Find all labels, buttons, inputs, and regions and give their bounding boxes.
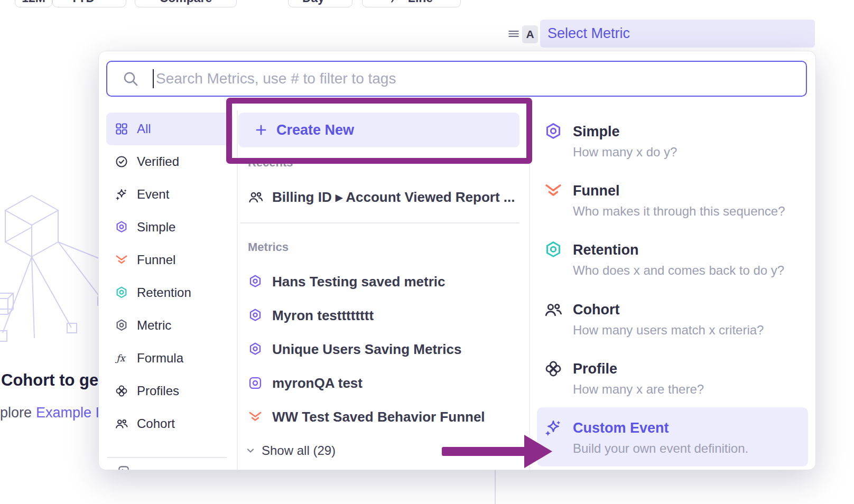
metric-picker-modal: All Verified Event Simple Funnel Retenti… xyxy=(98,51,816,470)
people-icon xyxy=(544,300,563,319)
report-page: 12M YTD Compare Day Line A Select Metric… xyxy=(0,0,854,504)
plus-icon xyxy=(254,123,268,137)
metric-type-description: How many x are there? xyxy=(573,381,704,397)
category-all[interactable]: All xyxy=(106,113,233,145)
line-chart-icon xyxy=(390,0,403,4)
category-label: Formula xyxy=(137,351,183,366)
metric-type-title: Cohort xyxy=(573,301,619,318)
saved-metric-item[interactable]: WW Test Saved Behavior Funnel xyxy=(248,400,485,434)
funnel-icon xyxy=(248,409,263,424)
metric-type-description: How many x do y? xyxy=(573,144,677,160)
compare-button[interactable]: Compare xyxy=(135,0,237,7)
category-label: Metric xyxy=(137,318,171,333)
search-input[interactable] xyxy=(154,70,806,87)
category-label: Cohort xyxy=(137,416,175,431)
category-label: Simple xyxy=(137,220,175,235)
saved-metric-item[interactable]: Hans Testing saved metric xyxy=(248,265,445,298)
series-badge: A xyxy=(522,25,538,43)
range-ytd-button[interactable]: YTD xyxy=(52,0,126,7)
metric-type-custom-event[interactable]: Custom Event Build your own event defini… xyxy=(537,407,808,466)
rounded-square-purple-icon xyxy=(248,376,263,390)
metrics-heading: Metrics xyxy=(248,240,289,254)
flower-icon xyxy=(115,384,128,398)
saved-metric-item[interactable]: Myron testttttttt xyxy=(248,298,374,332)
series-badge-label: A xyxy=(526,28,534,41)
chart-type-line-button[interactable]: Line xyxy=(362,0,461,7)
metric-type-retention[interactable]: Retention Who does x and comes back to d… xyxy=(537,235,808,290)
funnel-icon xyxy=(544,181,563,200)
search-box[interactable] xyxy=(106,61,807,97)
saved-metric-label: Unique Users Saving Metrics xyxy=(272,341,461,358)
custom-sparkle-icon xyxy=(544,418,563,437)
category-label: Funnel xyxy=(137,253,175,267)
saved-metric-label: WW Test Saved Behavior Funnel xyxy=(272,409,485,425)
metric-type-cohort[interactable]: Cohort How many users match x criteria? xyxy=(537,295,808,350)
hexagon-purple-icon xyxy=(248,308,263,323)
show-all-label: Show all (29) xyxy=(262,443,336,458)
granularity-day-button[interactable]: Day xyxy=(288,0,352,7)
category-profiles[interactable]: Profiles xyxy=(106,375,233,407)
column-divider xyxy=(529,110,530,470)
saved-metric-label: myronQA test xyxy=(272,375,363,391)
saved-metric-label: Hans Testing saved metric xyxy=(272,274,445,290)
hexagon-purple-icon xyxy=(544,122,563,141)
category-divider xyxy=(107,457,227,458)
empty-state-wireframe-graphic xyxy=(0,174,114,349)
hexagon-purple-icon xyxy=(248,274,263,289)
recents-heading: Recents xyxy=(248,156,293,170)
people-icon xyxy=(115,417,128,431)
verified-badge-icon xyxy=(115,155,128,169)
line-label: Line xyxy=(408,0,433,5)
compare-label: Compare xyxy=(160,0,212,5)
metric-type-title: Retention xyxy=(573,241,639,258)
metric-type-description: Who makes it through this sequence? xyxy=(573,203,785,219)
metric-type-description: How many users match x criteria? xyxy=(573,322,764,338)
recent-item[interactable]: Billing ID ▸ Account Viewed Report ... xyxy=(248,182,515,212)
category-formula[interactable]: Formula xyxy=(106,342,233,375)
hexagon-purple-icon xyxy=(115,220,128,234)
metric-type-funnel[interactable]: Funnel Who makes it through this sequenc… xyxy=(537,176,808,231)
category-event[interactable]: Event xyxy=(106,178,233,211)
category-label: All xyxy=(137,122,151,136)
category-retention[interactable]: Retention xyxy=(106,276,233,309)
example-link[interactable]: Example I xyxy=(36,405,99,421)
drag-handle-icon[interactable] xyxy=(507,27,521,41)
category-funnel[interactable]: Funnel xyxy=(106,244,233,276)
create-new-button[interactable]: Create New xyxy=(238,113,519,147)
empty-state-headline: Cohort to ge xyxy=(1,371,98,390)
create-new-label: Create New xyxy=(276,122,354,138)
category-simple[interactable]: Simple xyxy=(106,211,233,244)
recent-item-label: Billing ID ▸ Account Viewed Report ... xyxy=(272,189,515,206)
section-divider xyxy=(240,222,519,223)
hexagon-purple-icon xyxy=(248,342,263,357)
caret-down-icon xyxy=(330,0,338,2)
flower-icon xyxy=(544,359,563,378)
metric-type-title: Profile xyxy=(573,360,617,377)
range-12m-button[interactable]: 12M xyxy=(15,0,52,7)
grid-icon xyxy=(115,122,128,136)
retention-icon xyxy=(115,286,128,300)
show-all-button[interactable]: Show all (29) xyxy=(245,439,336,462)
category-label: Profiles xyxy=(137,384,179,398)
category-label: Verified xyxy=(137,154,179,169)
metric-type-profile[interactable]: Profile How many x are there? xyxy=(537,354,808,409)
explore-prefix: plore xyxy=(0,405,32,421)
funnel-icon xyxy=(115,253,128,267)
metric-type-simple[interactable]: Simple How many x do y? xyxy=(537,117,808,172)
retention-icon xyxy=(544,240,563,259)
chevron-down-icon xyxy=(245,445,256,456)
category-verified[interactable]: Verified xyxy=(106,145,233,178)
category-list: All Verified Event Simple Funnel Retenti… xyxy=(106,113,233,470)
saved-metric-item[interactable]: Unique Users Saving Metrics xyxy=(248,332,461,366)
saved-metric-label: Myron testttttttt xyxy=(272,307,374,324)
saved-metric-item[interactable]: myronQA test xyxy=(248,366,363,400)
sparkle-icon xyxy=(115,188,128,201)
search-icon xyxy=(122,70,139,87)
range-ytd-label: YTD xyxy=(70,0,95,5)
select-metric-field[interactable]: Select Metric xyxy=(540,20,815,48)
category-metric[interactable]: Metric xyxy=(106,309,233,342)
category-cohort[interactable]: Cohort xyxy=(106,407,233,440)
metric-type-description: Who does x and comes back to do y? xyxy=(573,263,784,278)
column-divider xyxy=(237,110,238,470)
metric-type-title: Funnel xyxy=(573,182,620,199)
